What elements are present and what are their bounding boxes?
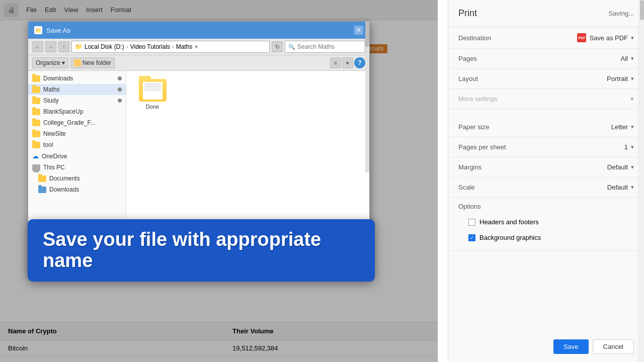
new-folder-label: New folder <box>83 59 111 66</box>
sidebar-item-documents[interactable]: Documents <box>28 173 126 184</box>
nav-up-button[interactable]: ↑ <box>58 41 69 52</box>
scale-label: Scale <box>458 184 475 191</box>
search-input[interactable] <box>297 43 358 50</box>
layout-value[interactable]: Portrait ▾ <box>607 75 634 82</box>
margins-text: Default <box>607 163 628 171</box>
paper-size-arrow[interactable]: ▾ <box>631 124 634 130</box>
bg-graphics-label: Background graphics <box>479 234 541 241</box>
bg-graphics-checkbox[interactable] <box>468 234 475 241</box>
downloads2-folder-icon <box>38 187 46 193</box>
blankspaceup-folder-icon <box>32 109 40 115</box>
sidebar-tool-label: tool <box>43 141 53 148</box>
content-panel: Done <box>126 71 369 222</box>
pages-per-sheet-value[interactable]: 1 ▾ <box>624 143 634 151</box>
dialog-toolbar: Organize ▾ New folder ≡ ▾ ? <box>28 55 369 71</box>
paper-line-1 <box>144 83 161 84</box>
margins-row[interactable]: Margins Default ▾ <box>448 157 644 177</box>
print-scrollbar[interactable] <box>638 0 644 362</box>
breadcrumb-dropdown[interactable]: ▾ <box>195 43 198 50</box>
nav-refresh-button[interactable]: ↻ <box>272 41 283 52</box>
layout-row[interactable]: Layout Portrait ▾ <box>448 69 644 89</box>
print-title: Print <box>458 8 477 19</box>
new-folder-icon <box>74 59 81 66</box>
pages-per-sheet-arrow[interactable]: ▾ <box>631 144 634 150</box>
headers-footers-checkbox[interactable] <box>468 219 475 226</box>
sidebar-item-college[interactable]: College_Grade_F... <box>28 117 126 128</box>
pages-per-sheet-text: 1 <box>624 143 628 151</box>
more-settings-label: More settings <box>458 95 498 103</box>
pages-per-sheet-row[interactable]: Pages per sheet 1 ▾ <box>448 137 644 157</box>
scale-row[interactable]: Scale Default ▾ <box>448 177 644 198</box>
options-section: Options Headers and footers Background g… <box>448 198 644 251</box>
breadcrumb-folder1[interactable]: Video Tutorials <box>130 43 170 50</box>
breadcrumb-folder2[interactable]: Maths <box>176 43 193 50</box>
destination-row[interactable]: Destination PDF Save as PDF ▾ <box>448 27 644 49</box>
banner-text: Save your file with appropriate name <box>43 229 360 272</box>
sidebar-item-study[interactable]: Study <box>28 95 126 106</box>
downloads-folder-icon <box>32 75 40 82</box>
dialog-folder-icon: 📁 <box>34 26 42 34</box>
dialog-close-button[interactable]: ✕ <box>354 26 363 35</box>
print-panel: Print Saving... Destination PDF Save as … <box>448 0 644 362</box>
layout-label: Layout <box>458 75 478 82</box>
breadcrumb[interactable]: 📁 Local Disk (D:) › Video Tutorials › Ma… <box>71 41 270 53</box>
sidebar-blankspaceup-label: BlankSpaceUp <box>43 108 83 115</box>
sidebar-item-thispc[interactable]: This PC <box>28 162 126 173</box>
scale-value[interactable]: Default ▾ <box>607 184 634 191</box>
view-list-button[interactable]: ≡ <box>330 57 341 68</box>
folder-item-done[interactable]: Done <box>132 77 173 112</box>
help-button[interactable]: ? <box>354 57 365 68</box>
sidebar-panel: Downloads Maths Study BlankSpaceUp <box>28 71 126 222</box>
instruction-banner: Save your file with appropriate name <box>28 219 375 282</box>
more-settings-arrow[interactable]: ▾ <box>630 95 634 103</box>
toolbar-left: Organize ▾ New folder <box>32 57 115 68</box>
sidebar-item-downloads-2[interactable]: Downloads <box>28 184 126 195</box>
search-box[interactable]: 🔍 <box>285 41 365 53</box>
breadcrumb-folder-icon: 📁 <box>75 43 83 50</box>
destination-dropdown-arrow[interactable]: ▾ <box>631 35 634 41</box>
nav-forward-button[interactable]: → <box>45 41 56 52</box>
done-folder-icon <box>139 79 167 102</box>
destination-text: Save as PDF <box>589 34 628 42</box>
nav-back-button[interactable]: ← <box>32 41 43 52</box>
done-folder-label: Done <box>146 104 159 110</box>
organize-label: Organize <box>36 59 60 66</box>
margins-value[interactable]: Default ▾ <box>607 163 634 171</box>
paper-size-value[interactable]: Letter ▾ <box>611 123 634 131</box>
sidebar-item-maths[interactable]: Maths <box>28 84 126 95</box>
pages-dropdown-arrow[interactable]: ▾ <box>631 55 634 62</box>
paper-size-row[interactable]: Paper size Letter ▾ <box>448 117 644 137</box>
destination-value[interactable]: PDF Save as PDF ▾ <box>577 33 634 42</box>
breadcrumb-disk[interactable]: Local Disk (D:) <box>85 43 124 50</box>
margins-label: Margins <box>458 163 481 171</box>
options-label: Options <box>458 203 634 210</box>
sidebar-item-blankspaceup[interactable]: BlankSpaceUp <box>28 106 126 117</box>
dialog-titlebar: 📁 Save As ✕ <box>28 22 369 39</box>
layout-dropdown-arrow[interactable]: ▾ <box>631 75 634 82</box>
sidebar-item-downloads[interactable]: Downloads <box>28 73 126 84</box>
more-settings-row[interactable]: More settings ▾ <box>448 89 644 109</box>
new-folder-button[interactable]: New folder <box>70 57 115 68</box>
pages-value[interactable]: All ▾ <box>621 55 634 62</box>
print-saving-status: Saving... <box>608 10 634 17</box>
sidebar-item-newsite[interactable]: NewSite <box>28 128 126 139</box>
view-details-button[interactable]: ▾ <box>342 57 353 68</box>
organize-button[interactable]: Organize ▾ <box>32 57 68 68</box>
print-cancel-button[interactable]: Cancel <box>593 339 634 354</box>
scale-text: Default <box>607 184 628 191</box>
sidebar-documents-label: Documents <box>49 175 80 182</box>
newsite-folder-icon <box>32 131 40 137</box>
bg-graphics-row[interactable]: Background graphics <box>458 230 634 245</box>
study-folder-icon <box>32 98 40 104</box>
print-save-button[interactable]: Save <box>553 339 589 354</box>
paper-line-3 <box>144 87 161 88</box>
headers-footers-row[interactable]: Headers and footers <box>458 214 634 230</box>
sidebar-item-onedrive[interactable]: ☁ OneDrive <box>28 150 126 162</box>
sidebar-downloads-label: Downloads <box>43 75 73 82</box>
scale-arrow[interactable]: ▾ <box>631 184 634 191</box>
sidebar-item-tool[interactable]: tool <box>28 139 126 150</box>
search-icon: 🔍 <box>288 44 295 50</box>
downloads-pin-icon <box>118 76 122 80</box>
margins-arrow[interactable]: ▾ <box>631 164 634 170</box>
pages-row[interactable]: Pages All ▾ <box>448 49 644 69</box>
